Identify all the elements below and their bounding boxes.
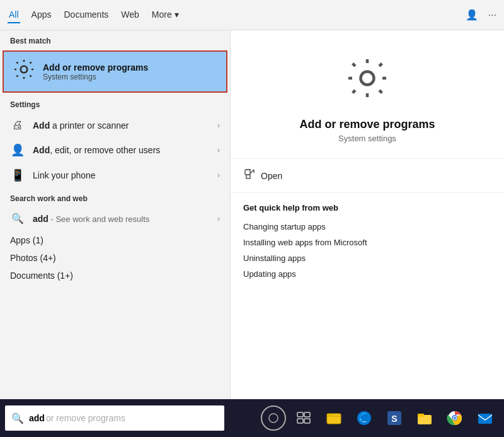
open-label: Open (261, 171, 282, 181)
chevron-right-icon: › (217, 121, 220, 130)
svg-point-19 (454, 417, 456, 419)
settings-item-printer-label: Add a printer or scanner (33, 120, 210, 131)
taskbar-edge[interactable] (350, 404, 378, 432)
settings-item-phone-label: Link your phone (33, 170, 210, 180)
taskbar-mail[interactable] (471, 404, 499, 432)
taskbar-store[interactable]: S (381, 404, 408, 432)
svg-point-1 (361, 72, 374, 85)
search-icon: 🔍 (10, 213, 25, 224)
svg-rect-7 (304, 419, 310, 423)
tab-more[interactable]: More ▾ (151, 7, 180, 23)
svg-rect-20 (478, 414, 492, 424)
nav-tabs: All Apps Documents Web More ▾ (8, 7, 466, 23)
tab-web[interactable]: Web (120, 7, 140, 23)
right-top: Add or remove programs System settings (231, 30, 504, 159)
taskbar-search-box[interactable]: 🔍 add or remove programs (5, 405, 224, 431)
best-match-title: Add or remove programs (43, 62, 148, 73)
search-web-text: add - See work and web results (33, 214, 210, 224)
search-box-input: add or remove programs (29, 413, 125, 423)
best-match-subtitle: System settings (43, 73, 148, 81)
user-icon: 👤 (10, 143, 25, 157)
settings-item-phone[interactable]: 📱 Link your phone › (0, 163, 230, 188)
person-icon[interactable]: 👤 (466, 9, 478, 21)
taskbar-file-explorer[interactable] (320, 404, 348, 432)
taskbar-folder[interactable] (411, 404, 438, 432)
right-subtitle: System settings (338, 134, 396, 143)
taskbar: 🔍 add or remove programs (0, 399, 504, 437)
svg-rect-4 (297, 412, 303, 417)
svg-text:S: S (391, 414, 397, 424)
open-icon (243, 168, 256, 184)
taskbar-task-view[interactable] (290, 404, 318, 432)
quick-help-link-2[interactable]: Uninstalling apps (243, 250, 491, 266)
right-title: Add or remove programs (299, 118, 435, 131)
settings-item-printer[interactable]: 🖨 Add a printer or scanner › (0, 113, 230, 137)
settings-label: Settings (0, 94, 230, 113)
chevron-down-icon: ▾ (175, 9, 179, 20)
best-match-item[interactable]: Add or remove programs System settings (3, 50, 227, 93)
svg-rect-5 (304, 412, 310, 417)
svg-rect-6 (297, 419, 303, 423)
quick-help-link-3[interactable]: Updating apps (243, 266, 491, 282)
right-panel: Add or remove programs System settings O… (230, 30, 504, 399)
open-button[interactable]: Open (231, 159, 504, 193)
nav-right-icons: 👤 ··· (466, 9, 496, 21)
start-orb (261, 405, 286, 431)
svg-rect-2 (245, 170, 250, 175)
top-nav: All Apps Documents Web More ▾ 👤 ··· (0, 0, 504, 30)
svg-rect-9 (327, 414, 333, 416)
svg-point-3 (269, 414, 278, 422)
gear-icon-large (345, 55, 390, 110)
category-apps[interactable]: Apps (1) (0, 230, 230, 248)
taskbar-search-icon: 🔍 (11, 412, 24, 424)
more-options-icon[interactable]: ··· (488, 9, 496, 21)
quick-help-section: Get quick help from web Changing startup… (231, 193, 504, 287)
chevron-right-icon-3: › (217, 171, 220, 180)
search-web-item[interactable]: 🔍 add - See work and web results › (0, 207, 230, 230)
svg-point-0 (21, 66, 28, 73)
taskbar-chrome[interactable] (441, 404, 469, 432)
chevron-right-icon-4: › (217, 214, 220, 223)
gear-icon-small (13, 58, 35, 85)
main-content: Best match Add or remove programs System… (0, 30, 504, 399)
chevron-right-icon-2: › (217, 146, 220, 154)
best-match-text: Add or remove programs System settings (43, 62, 148, 81)
printer-icon: 🖨 (10, 119, 25, 132)
taskbar-circle-button[interactable] (260, 404, 287, 432)
settings-item-users-label: Add, edit, or remove other users (33, 145, 210, 155)
quick-help-title: Get quick help from web (243, 203, 491, 213)
phone-icon: 📱 (10, 168, 25, 182)
tab-apps[interactable]: Apps (30, 7, 53, 23)
tab-documents[interactable]: Documents (62, 7, 110, 23)
tab-all[interactable]: All (8, 7, 20, 23)
category-photos[interactable]: Photos (4+) (0, 248, 230, 265)
settings-item-users[interactable]: 👤 Add, edit, or remove other users › (0, 137, 230, 163)
search-ghost-text: or remove programs (46, 413, 125, 423)
category-documents[interactable]: Documents (1+) (0, 265, 230, 283)
left-panel: Best match Add or remove programs System… (0, 30, 230, 399)
quick-help-link-0[interactable]: Changing startup apps (243, 219, 491, 235)
quick-help-link-1[interactable]: Installing web apps from Microsoft (243, 235, 491, 250)
search-web-label: Search work and web (0, 188, 230, 207)
svg-rect-14 (418, 414, 424, 417)
best-match-label: Best match (0, 30, 230, 49)
search-typed-text: add (29, 413, 45, 423)
